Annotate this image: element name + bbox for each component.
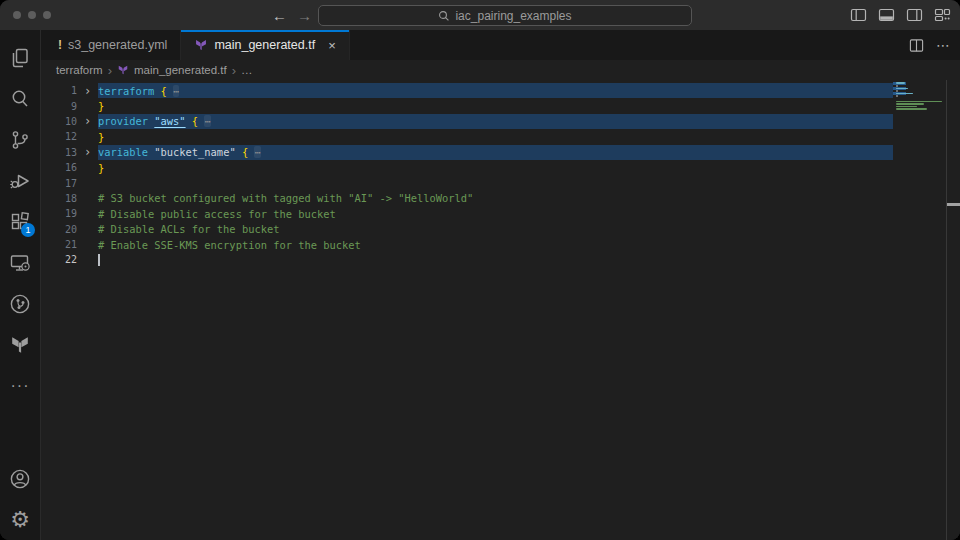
code-line[interactable]: 18# S3 bucket configured with tagged wit…: [41, 191, 893, 206]
minimize-window-button[interactable]: [28, 11, 36, 19]
terraform-file-icon: [117, 64, 129, 76]
breadcrumb-symbol[interactable]: …: [241, 64, 253, 76]
remote-explorer-icon[interactable]: [0, 242, 40, 283]
code-token: "bucket_name": [154, 146, 235, 158]
code-line[interactable]: 16}: [41, 160, 893, 175]
run-debug-icon[interactable]: [0, 160, 40, 201]
close-tab-icon[interactable]: ×: [328, 38, 336, 53]
code-line[interactable]: 21# Enable SSE-KMS encryption for the bu…: [41, 237, 893, 252]
breadcrumb-file[interactable]: main_generated.tf: [134, 64, 227, 76]
line-number[interactable]: 20: [41, 224, 77, 235]
line-number[interactable]: 16: [41, 162, 77, 173]
cursor-position-marker: [947, 203, 960, 206]
line-number[interactable]: 1: [41, 85, 77, 96]
code-editor[interactable]: 1›terraform { ⋯9}10›provider "aws" { ⋯12…: [41, 80, 960, 540]
close-window-button[interactable]: [13, 11, 21, 19]
tab-bar-actions: ⋯: [909, 30, 950, 60]
code-lines: 1›terraform { ⋯9}10›provider "aws" { ⋯12…: [41, 83, 893, 268]
code-token: ⋯: [204, 115, 210, 127]
customize-layout-icon[interactable]: [934, 7, 951, 23]
nav-back-icon[interactable]: ←: [272, 0, 287, 30]
line-number[interactable]: 12: [41, 131, 77, 142]
code-token: variable: [98, 146, 154, 158]
extensions-icon[interactable]: 1: [0, 201, 40, 242]
code-token: ⋯: [173, 85, 179, 97]
line-content[interactable]: # S3 bucket configured with tagged with …: [98, 191, 893, 206]
vscode-window: ← → iac_pairing_examples: [0, 0, 960, 540]
line-content[interactable]: }: [98, 160, 893, 175]
code-line[interactable]: 10›provider "aws" { ⋯: [41, 114, 893, 129]
more-actions-icon[interactable]: ⋯: [936, 37, 950, 53]
explorer-icon[interactable]: [0, 37, 40, 78]
line-content[interactable]: # Disable public access for the bucket: [98, 206, 893, 221]
code-line[interactable]: 13›variable "bucket_name" { ⋯: [41, 145, 893, 160]
code-line[interactable]: 1›terraform { ⋯: [41, 83, 893, 98]
code-token: # S3 bucket configured with tagged with …: [98, 192, 473, 204]
code-token: # Disable public access for the bucket: [98, 208, 336, 220]
additional-views-icon[interactable]: ···: [0, 365, 40, 406]
code-token: provider: [98, 115, 154, 127]
toggle-panel-icon[interactable]: [878, 7, 895, 23]
fold-chevron-icon[interactable]: ›: [77, 146, 98, 158]
tab-main-generated-tf[interactable]: main_generated.tf ×: [181, 30, 349, 60]
tab-s3-generated-yml[interactable]: ! s3_generated.yml: [45, 30, 181, 60]
maximize-window-button[interactable]: [43, 11, 51, 19]
code-line[interactable]: 22: [41, 252, 893, 267]
line-number[interactable]: 17: [41, 178, 77, 189]
line-content[interactable]: terraform { ⋯: [98, 83, 893, 98]
code-line[interactable]: 12}: [41, 129, 893, 144]
fold-chevron-icon[interactable]: ›: [77, 85, 98, 97]
search-icon: [438, 10, 450, 22]
line-number[interactable]: 9: [41, 101, 77, 112]
code-line[interactable]: 20# Disable ACLs for the bucket: [41, 222, 893, 237]
code-token: }: [98, 131, 104, 143]
terraform-view-icon[interactable]: [0, 324, 40, 365]
workspace-name: iac_pairing_examples: [455, 9, 571, 23]
nav-forward-icon[interactable]: →: [297, 0, 312, 30]
line-content[interactable]: }: [98, 129, 893, 144]
account-icon[interactable]: [0, 458, 40, 499]
activity-bar: 1: [0, 30, 41, 540]
code-token: {: [161, 85, 174, 97]
overview-ruler[interactable]: [946, 80, 960, 540]
line-content[interactable]: variable "bucket_name" { ⋯: [98, 145, 893, 160]
minimap-row: [893, 111, 946, 114]
split-editor-icon[interactable]: [909, 38, 924, 53]
gitlens-icon[interactable]: [0, 283, 40, 324]
text-cursor: [98, 254, 100, 266]
code-token: {: [242, 146, 255, 158]
line-number[interactable]: 21: [41, 239, 77, 250]
minimap[interactable]: [893, 82, 946, 540]
tab-label: s3_generated.yml: [68, 38, 167, 52]
line-number[interactable]: 10: [41, 116, 77, 127]
code-line[interactable]: 17: [41, 175, 893, 190]
source-control-icon[interactable]: [0, 119, 40, 160]
line-content[interactable]: [98, 252, 893, 267]
line-content[interactable]: }: [98, 98, 893, 113]
code-line[interactable]: 19# Disable public access for the bucket: [41, 206, 893, 221]
line-content[interactable]: [98, 175, 893, 190]
code-token: # Enable SSE-KMS encryption for the buck…: [98, 239, 361, 251]
breadcrumb-folder[interactable]: terraform: [56, 64, 103, 76]
command-center-search[interactable]: iac_pairing_examples: [318, 5, 692, 26]
fold-chevron-icon[interactable]: ›: [77, 115, 98, 127]
extensions-badge: 1: [21, 223, 35, 237]
code-line[interactable]: 9}: [41, 98, 893, 113]
line-content[interactable]: # Disable ACLs for the bucket: [98, 222, 893, 237]
search-view-icon[interactable]: [0, 78, 40, 119]
settings-gear-icon[interactable]: ⚙: [0, 499, 40, 540]
line-number[interactable]: 18: [41, 193, 77, 204]
code-token: terraform: [98, 85, 161, 97]
line-content[interactable]: provider "aws" { ⋯: [98, 114, 893, 129]
toggle-sidebar-left-icon[interactable]: [850, 7, 867, 23]
code-token: "aws": [154, 115, 185, 127]
toggle-sidebar-right-icon[interactable]: [906, 7, 923, 23]
layout-controls: [850, 7, 951, 23]
line-number[interactable]: 13: [41, 147, 77, 158]
line-number[interactable]: 22: [41, 254, 77, 265]
line-content[interactable]: # Enable SSE-KMS encryption for the buck…: [98, 237, 893, 252]
code-token: }: [98, 162, 104, 174]
line-number[interactable]: 19: [41, 208, 77, 219]
tab-label: main_generated.tf: [214, 38, 315, 52]
code-token: }: [98, 100, 104, 112]
